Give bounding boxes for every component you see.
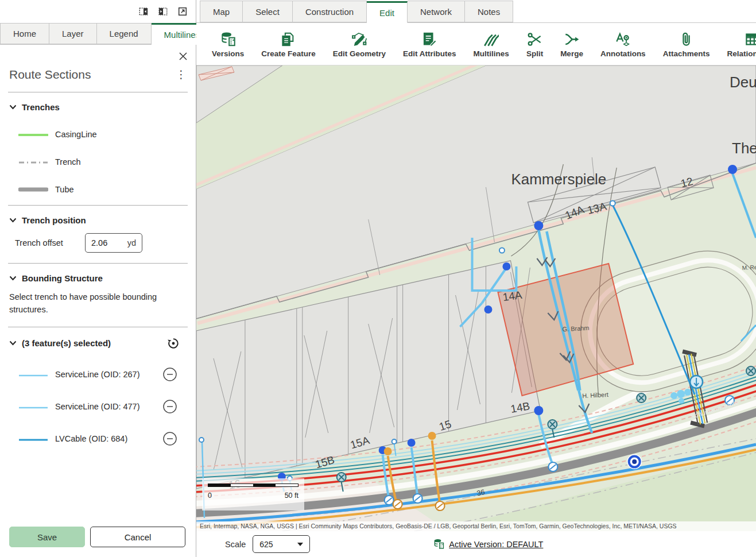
route-sections-body: Route Sections ⋮ Trenches CasingLineTren… bbox=[0, 45, 196, 557]
tool-label: Merge bbox=[560, 49, 583, 58]
reselect-features-icon[interactable] bbox=[167, 337, 180, 350]
divider bbox=[8, 92, 188, 92]
device-symbol bbox=[690, 376, 703, 388]
versions-icon bbox=[220, 30, 236, 47]
tool-label: Edit Attributes bbox=[403, 49, 456, 58]
panel-title: Route Sections bbox=[9, 68, 91, 82]
close-panel-icon[interactable] bbox=[179, 52, 188, 61]
scale-value: 625 bbox=[259, 540, 273, 549]
bounding-structure-section-header[interactable]: Bounding Structure bbox=[9, 273, 187, 283]
save-button[interactable]: Save bbox=[9, 527, 85, 547]
panel-menu-icon[interactable]: ⋮ bbox=[176, 71, 187, 79]
dock-right-icon[interactable] bbox=[158, 6, 168, 17]
annotations-icon bbox=[615, 30, 631, 47]
map-area: MapSelectConstructionEditNetworkNotes Ve… bbox=[196, 0, 756, 557]
chevron-down-icon bbox=[9, 276, 17, 281]
map-label-kammerspiele: Kammerspiele bbox=[511, 171, 606, 188]
scale-bar-segments bbox=[208, 483, 298, 487]
tab-map[interactable]: Map bbox=[200, 1, 243, 22]
tab-layer[interactable]: Layer bbox=[49, 23, 97, 44]
status-bar: Scale 625 Active Version: DEFAULT bbox=[196, 531, 756, 557]
edit-geometry-button[interactable]: Edit Geometry bbox=[324, 24, 394, 64]
split-icon bbox=[527, 30, 542, 47]
divider bbox=[8, 327, 188, 327]
tool-label: Split bbox=[526, 49, 543, 58]
panel-window-controls bbox=[0, 0, 196, 23]
selected-features-section-header[interactable]: (3 feature(s) selected) bbox=[9, 337, 187, 350]
feature-label: LVCable (OID: 684) bbox=[55, 434, 127, 443]
tool-label: Multilines bbox=[474, 49, 509, 58]
feature-item-serviceline-oid-477: ServiceLine (OID: 477) bbox=[9, 399, 187, 414]
chevron-down-icon bbox=[9, 218, 17, 223]
cancel-button[interactable]: Cancel bbox=[90, 527, 185, 547]
tube-swatch bbox=[18, 184, 48, 195]
edit-attributes-button[interactable]: Edit Attributes bbox=[394, 24, 465, 64]
edit-geometry-icon bbox=[351, 30, 368, 47]
multilines-icon bbox=[483, 30, 499, 47]
selected-features-list: ServiceLine (OID: 267)ServiceLine (OID: … bbox=[9, 367, 187, 446]
trenches-header-label: Trenches bbox=[22, 102, 60, 112]
tool-label: Edit Geometry bbox=[333, 49, 386, 58]
tool-label: Relationships bbox=[727, 49, 756, 58]
trench-offset-label: Trench offset bbox=[15, 238, 78, 247]
active-version-link[interactable]: Active Version: DEFAULT bbox=[433, 538, 543, 550]
attachments-icon bbox=[679, 30, 694, 47]
serviceline-swatch bbox=[18, 401, 48, 412]
scale-bar: 0 50 ft bbox=[202, 478, 304, 510]
versions-icon bbox=[433, 538, 444, 550]
trench-position-section-header[interactable]: Trench position bbox=[9, 215, 187, 225]
feature-item-serviceline-oid-267: ServiceLine (OID: 267) bbox=[9, 367, 187, 382]
bounding-structure-header-label: Bounding Structure bbox=[22, 273, 103, 283]
tab-select[interactable]: Select bbox=[243, 1, 293, 22]
tool-label: Annotations bbox=[600, 49, 646, 58]
create-feature-button[interactable]: Create Feature bbox=[253, 24, 324, 64]
legend-label: Tube bbox=[55, 185, 74, 194]
legend-label: Trench bbox=[55, 157, 81, 167]
map-viewport[interactable]: KammerspieleDeuThea1213A14A14A14B1515A15… bbox=[196, 65, 756, 531]
map-canvas[interactable]: KammerspieleDeuThea1213A14A14A14B1515A15… bbox=[196, 65, 756, 531]
merge-icon bbox=[564, 30, 580, 47]
ribbon-tabs: MapSelectConstructionEditNetworkNotes bbox=[196, 0, 756, 23]
selected-point-target bbox=[627, 454, 642, 469]
dock-left-icon[interactable] bbox=[138, 6, 149, 17]
remove-feature-button[interactable] bbox=[162, 399, 177, 414]
map-label-deu: Deu bbox=[730, 74, 756, 91]
tab-construction[interactable]: Construction bbox=[293, 1, 367, 22]
bounding-structure-description: Select trench to have possible bounding … bbox=[9, 291, 187, 316]
legend-label: CasingLine bbox=[55, 130, 97, 139]
trench-swatch bbox=[18, 157, 48, 167]
trenches-section-header[interactable]: Trenches bbox=[9, 102, 187, 112]
serviceline-swatch bbox=[18, 369, 48, 380]
create-feature-icon bbox=[281, 30, 296, 47]
tab-legend[interactable]: Legend bbox=[97, 23, 152, 44]
scale-dropdown[interactable]: 625 bbox=[253, 535, 310, 553]
selected-features-header-label: (3 feature(s) selected) bbox=[22, 338, 111, 348]
scale-bar-max: 50 ft bbox=[285, 492, 298, 500]
trench-offset-input[interactable] bbox=[91, 238, 118, 247]
casing-swatch bbox=[18, 129, 48, 140]
tab-home[interactable]: Home bbox=[0, 23, 49, 44]
tab-edit[interactable]: Edit bbox=[367, 1, 408, 23]
app-window: HomeLayerLegendMultilines Route Sections… bbox=[0, 0, 756, 557]
annotations-button[interactable]: Annotations bbox=[592, 24, 654, 64]
tab-notes[interactable]: Notes bbox=[465, 1, 513, 22]
legend-item-tube: Tube bbox=[9, 184, 187, 195]
attachments-button[interactable]: Attachments bbox=[654, 24, 719, 64]
relationships-button[interactable]: Relationships bbox=[718, 24, 756, 64]
feature-label: ServiceLine (OID: 267) bbox=[55, 370, 139, 379]
relationships-icon bbox=[745, 30, 756, 47]
merge-button[interactable]: Merge bbox=[552, 24, 592, 64]
remove-feature-button[interactable] bbox=[162, 367, 177, 382]
remove-feature-button[interactable] bbox=[162, 431, 177, 446]
open-new-window-icon[interactable] bbox=[177, 6, 188, 17]
active-version-label: Active Version: DEFAULT bbox=[449, 540, 543, 549]
panel-footer: Save Cancel bbox=[9, 527, 187, 547]
versions-button[interactable]: Versions bbox=[203, 24, 253, 64]
map-label-thea: Thea bbox=[732, 140, 756, 157]
feature-label: ServiceLine (OID: 477) bbox=[55, 402, 139, 411]
multilines-button[interactable]: Multilines bbox=[465, 24, 518, 64]
ribbon-toolbar: VersionsCreate FeatureEdit GeometryEdit … bbox=[196, 23, 756, 65]
tool-label: Attachments bbox=[663, 49, 710, 58]
tab-network[interactable]: Network bbox=[408, 1, 465, 22]
split-button[interactable]: Split bbox=[518, 24, 552, 64]
